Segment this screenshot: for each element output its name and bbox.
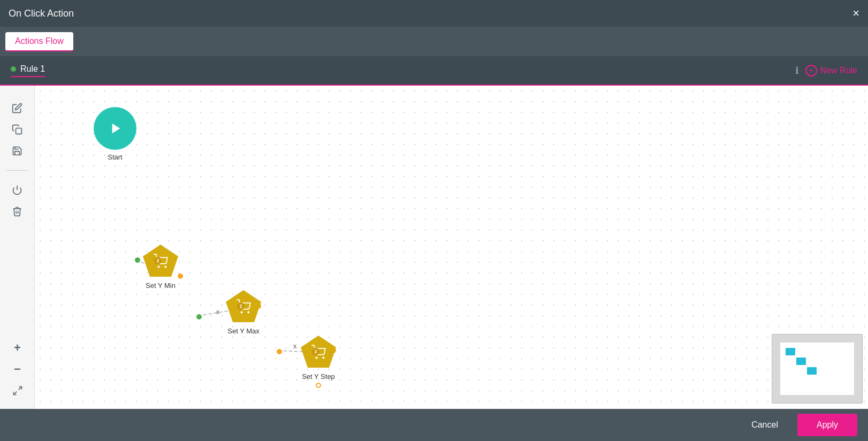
cancel-button[interactable]: Cancel — [738, 415, 791, 435]
set-y-min-node[interactable]: 2 Set Y Min — [142, 244, 179, 290]
set-y-step-icon: 2 — [311, 345, 326, 360]
copy-button[interactable] — [7, 120, 27, 139]
bottom-bar: Cancel Apply — [0, 409, 868, 441]
dialog-title: On Click Action — [9, 8, 74, 19]
svg-line-3 — [13, 392, 17, 395]
fit-button[interactable] — [8, 381, 27, 400]
svg-point-21 — [241, 311, 242, 313]
start-node[interactable]: Start — [94, 107, 136, 161]
toolbar-divider-1 — [6, 170, 28, 171]
set-y-max-label: Set Y Max — [227, 327, 260, 335]
rule-label: Rule 1 — [20, 64, 45, 74]
svg-text:x: x — [293, 343, 296, 350]
title-bar: On Click Action × — [0, 0, 868, 27]
toolbar-bottom: + − — [0, 338, 35, 400]
set-y-max-node[interactable]: 2 Set Y Max — [225, 289, 262, 335]
svg-rect-28 — [807, 367, 817, 375]
new-rule-button[interactable]: + New Rule — [805, 65, 857, 77]
start-circle — [94, 107, 136, 150]
set-y-min-icon: 2 — [153, 254, 168, 269]
svg-point-19 — [165, 266, 166, 267]
set-y-max-icon: 2 — [236, 299, 251, 314]
svg-point-24 — [316, 357, 317, 358]
svg-rect-27 — [796, 358, 806, 365]
edit-button[interactable] — [7, 98, 27, 118]
svg-rect-0 — [16, 128, 22, 134]
rule-status-dot — [11, 66, 16, 72]
toolbar-group-middle — [7, 176, 27, 225]
svg-text:x: x — [216, 308, 219, 316]
svg-point-9 — [196, 314, 202, 320]
set-y-min-label: Set Y Min — [146, 282, 176, 290]
svg-rect-26 — [786, 348, 795, 355]
set-y-step-node[interactable]: 2 Set Y Step — [300, 334, 337, 388]
toolbar-group-top — [7, 94, 27, 165]
rule-tab[interactable]: Rule 1 — [11, 64, 45, 77]
svg-marker-16 — [112, 124, 120, 134]
set-y-max-shape: 2 — [225, 289, 262, 324]
set-y-step-shape: 2 — [300, 334, 337, 369]
power-button[interactable] — [7, 180, 27, 200]
rule-bar: Rule 1 ℹ + New Rule — [0, 56, 868, 86]
left-toolbar: + − — [0, 86, 35, 409]
minimap-inner — [780, 343, 854, 395]
minimap-svg — [780, 343, 855, 396]
zoom-out-button[interactable]: − — [8, 360, 27, 379]
zoom-in-button[interactable]: + — [8, 338, 27, 358]
new-rule-plus-icon: + — [805, 65, 817, 77]
tab-actions-flow[interactable]: Actions Flow — [5, 32, 73, 51]
apply-button[interactable]: Apply — [797, 414, 857, 436]
svg-point-18 — [158, 266, 159, 267]
set-y-step-label: Set Y Step — [302, 372, 335, 381]
save-button[interactable] — [7, 141, 27, 161]
info-icon[interactable]: ℹ — [795, 65, 799, 77]
delete-button[interactable] — [7, 202, 27, 221]
svg-point-13 — [277, 349, 282, 354]
main-canvas[interactable]: x x x Start — [35, 86, 868, 409]
svg-point-25 — [323, 357, 324, 358]
svg-point-22 — [248, 311, 249, 313]
rule-actions: ℹ + New Rule — [795, 65, 857, 77]
new-rule-label: New Rule — [820, 66, 857, 75]
set-y-min-shape: 2 — [142, 244, 179, 278]
set-y-step-output-dot — [316, 383, 321, 388]
svg-line-2 — [18, 387, 21, 390]
close-button[interactable]: × — [852, 7, 859, 19]
tab-bar: Actions Flow — [0, 27, 868, 56]
start-node-label: Start — [108, 153, 122, 161]
minimap — [772, 334, 863, 404]
canvas-container: + − x x — [0, 86, 868, 409]
svg-point-5 — [135, 257, 140, 263]
